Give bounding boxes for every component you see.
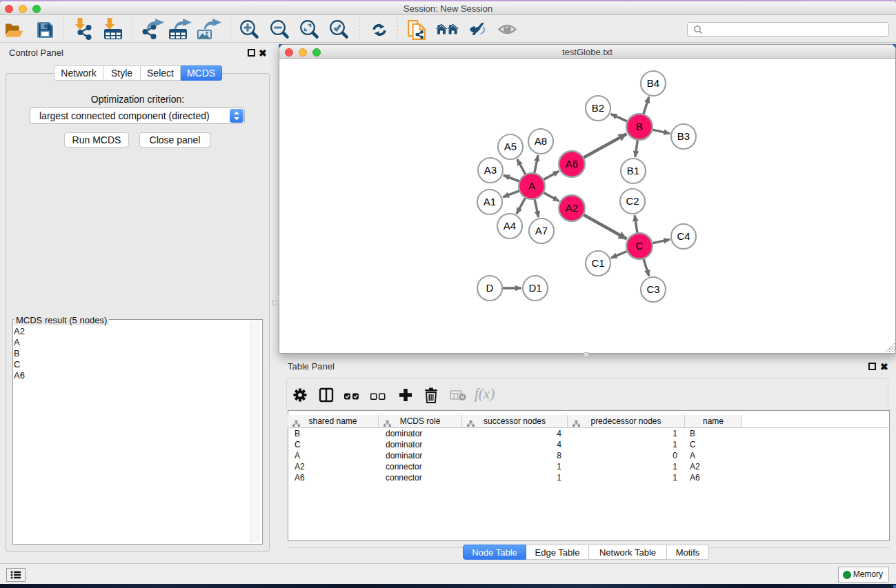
svg-text:B: B — [636, 121, 643, 132]
svg-text:A2: A2 — [566, 202, 578, 214]
svg-text:C1: C1 — [591, 257, 604, 269]
svg-text:C: C — [636, 240, 644, 252]
svg-text:A1: A1 — [484, 196, 496, 207]
svg-text:A4: A4 — [504, 220, 516, 232]
svg-text:A3: A3 — [484, 164, 497, 176]
svg-text:A7: A7 — [535, 225, 548, 236]
svg-text:C4: C4 — [677, 230, 690, 242]
svg-text:A8: A8 — [535, 135, 547, 147]
svg-text:D: D — [486, 282, 494, 294]
svg-text:B2: B2 — [592, 102, 604, 114]
svg-text:C3: C3 — [646, 283, 659, 295]
svg-text:A6: A6 — [566, 158, 578, 170]
svg-text:B1: B1 — [627, 165, 639, 176]
svg-text:B3: B3 — [677, 130, 690, 142]
svg-text:A: A — [528, 180, 535, 192]
svg-text:A5: A5 — [504, 141, 517, 152]
svg-text:D1: D1 — [528, 282, 541, 294]
svg-text:C2: C2 — [626, 195, 639, 207]
svg-text:B4: B4 — [647, 77, 659, 89]
